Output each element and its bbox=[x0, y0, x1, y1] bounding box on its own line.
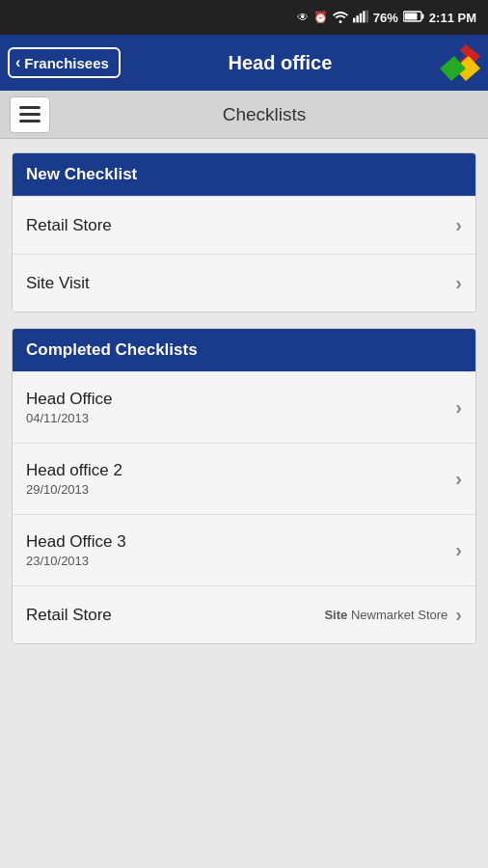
menu-line-2 bbox=[19, 113, 41, 116]
head-office-3-date: 23/10/2013 bbox=[26, 554, 126, 568]
nav-title: Head office bbox=[121, 52, 440, 74]
retail-store-label: Retail Store bbox=[26, 216, 112, 235]
site-visit-label: Site Visit bbox=[26, 274, 90, 293]
app-logo bbox=[440, 42, 480, 83]
back-chevron-icon: ‹ bbox=[15, 54, 20, 71]
head-office-2-chevron-icon: › bbox=[455, 468, 462, 490]
svg-rect-6 bbox=[404, 13, 417, 19]
retail-store-item[interactable]: Retail Store › bbox=[13, 196, 475, 254]
retail-store-chevron-icon: › bbox=[455, 214, 462, 236]
back-label: Franchisees bbox=[24, 55, 109, 71]
svg-rect-1 bbox=[356, 15, 358, 22]
new-checklist-card: New Checklist Retail Store › Site Visit … bbox=[12, 152, 476, 312]
wifi-icon bbox=[333, 10, 348, 26]
completed-checklists-header-text: Completed Checklists bbox=[26, 340, 198, 359]
new-checklist-header: New Checklist bbox=[13, 153, 475, 196]
svg-rect-3 bbox=[363, 11, 365, 22]
site-label: Site bbox=[324, 608, 347, 622]
status-icons: 👁 ⏰ 76% 2:11 P bbox=[297, 10, 476, 26]
time: 2:11 PM bbox=[429, 11, 476, 25]
head-office-3-item[interactable]: Head Office 3 23/10/2013 › bbox=[13, 514, 475, 585]
svg-rect-4 bbox=[366, 10, 367, 22]
completed-checklists-card: Completed Checklists Head Office 04/11/2… bbox=[12, 328, 476, 644]
head-office-3-chevron-icon: › bbox=[455, 539, 462, 561]
signal-icon bbox=[353, 10, 368, 26]
content-area: New Checklist Retail Store › Site Visit … bbox=[0, 139, 488, 868]
retail-store-completed-item[interactable]: Retail Store Site Newmarket Store › bbox=[13, 585, 475, 643]
menu-button[interactable] bbox=[10, 96, 50, 133]
retail-store-completed-title: Retail Store bbox=[26, 606, 112, 625]
menu-line-3 bbox=[19, 120, 41, 122]
head-office-content: Head Office 04/11/2013 bbox=[26, 390, 112, 425]
head-office-date: 04/11/2013 bbox=[26, 411, 112, 425]
svg-rect-0 bbox=[353, 17, 355, 22]
head-office-title: Head Office bbox=[26, 390, 112, 409]
nav-bar: ‹ Franchisees Head office bbox=[0, 35, 488, 91]
head-office-3-content: Head Office 3 23/10/2013 bbox=[26, 532, 126, 568]
retail-store-meta-group: Site Newmarket Store › bbox=[324, 604, 462, 626]
alarm-icon: ⏰ bbox=[313, 11, 328, 24]
head-office-2-title: Head office 2 bbox=[26, 461, 122, 480]
head-office-3-title: Head Office 3 bbox=[26, 532, 126, 552]
retail-store-meta: Site Newmarket Store bbox=[324, 608, 447, 622]
menu-line-1 bbox=[19, 106, 41, 109]
head-office-item[interactable]: Head Office 04/11/2013 › bbox=[13, 371, 475, 443]
battery-percent: 76% bbox=[373, 11, 398, 25]
back-button[interactable]: ‹ Franchisees bbox=[8, 47, 121, 78]
toolbar-title: Checklists bbox=[50, 104, 478, 125]
head-office-chevron-icon: › bbox=[455, 396, 462, 419]
battery-icon bbox=[403, 11, 424, 25]
retail-store-completed-chevron-icon: › bbox=[455, 604, 462, 626]
site-visit-item[interactable]: Site Visit › bbox=[13, 254, 475, 312]
site-value: Newmarket Store bbox=[351, 608, 447, 622]
completed-checklists-header: Completed Checklists bbox=[13, 329, 475, 371]
head-office-2-content: Head office 2 29/10/2013 bbox=[26, 461, 122, 497]
svg-rect-2 bbox=[360, 13, 362, 22]
svg-rect-7 bbox=[421, 14, 423, 18]
site-visit-chevron-icon: › bbox=[455, 272, 462, 294]
retail-store-completed-content: Retail Store bbox=[26, 606, 112, 625]
head-office-2-item[interactable]: Head office 2 29/10/2013 › bbox=[13, 443, 475, 514]
head-office-2-date: 29/10/2013 bbox=[26, 482, 122, 497]
new-checklist-header-text: New Checklist bbox=[26, 165, 137, 183]
status-bar: 👁 ⏰ 76% 2:11 P bbox=[0, 0, 488, 35]
eye-icon: 👁 bbox=[297, 11, 309, 24]
toolbar: Checklists bbox=[0, 91, 488, 139]
